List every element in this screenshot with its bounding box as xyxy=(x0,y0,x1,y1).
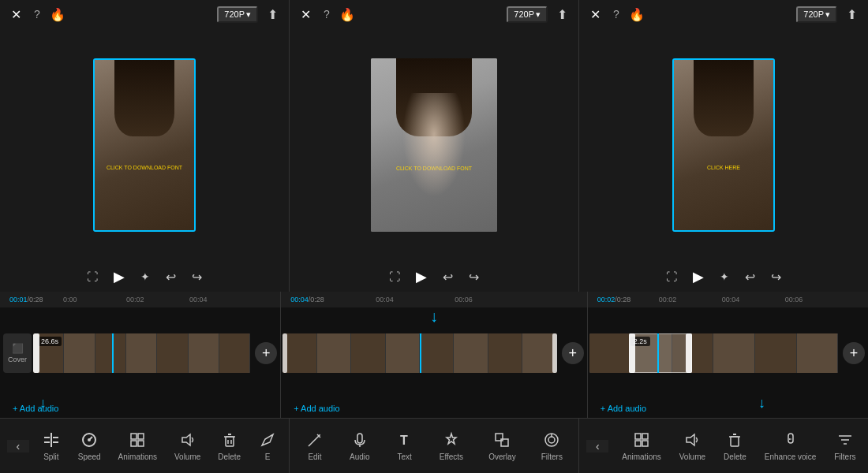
tool-delete-3[interactable]: Delete xyxy=(719,427,751,464)
tool-volume-3[interactable]: Volume xyxy=(675,427,710,464)
tool-enhance[interactable]: Enhance voice xyxy=(760,427,821,464)
upload-button-2[interactable]: ⬆ xyxy=(554,6,571,24)
timeline-panel-3: 00:02 / 0:28 00:02 00:04 00:06 2.2s xyxy=(588,292,868,418)
filmstrip-1[interactable]: 26.6s xyxy=(33,333,250,373)
tool-edit-2[interactable]: Edit xyxy=(301,427,329,464)
chevron-down-icon-3: ▾ xyxy=(825,9,830,20)
time-total-2: 0:28 xyxy=(310,296,324,304)
tool-delete-1[interactable]: Delete xyxy=(213,427,245,464)
cover-text-1: Cover xyxy=(8,356,27,363)
undo-button-2[interactable]: ↩ xyxy=(441,268,455,286)
svg-point-24 xyxy=(548,437,555,443)
quality-button-1[interactable]: 720P ▾ xyxy=(217,6,258,23)
volume-label-1: Volume xyxy=(174,453,200,461)
video-preview-1: CLICK TO DOWNLOAD FONT xyxy=(0,28,289,262)
header-left-3: ✕ ? 🔥 xyxy=(587,6,645,24)
video-panel-1: ✕ ? 🔥 720P ▾ ⬆ CLICK TO DOWNLOAD FONT xyxy=(0,0,290,292)
audio-icon xyxy=(350,430,369,449)
tool-text[interactable]: T Text xyxy=(391,427,419,464)
play-button-2[interactable]: ▶ xyxy=(414,266,428,287)
magic-button-1[interactable]: ✦ xyxy=(139,269,152,285)
tool-overlay[interactable]: Overlay xyxy=(484,427,520,464)
magic-button-3[interactable]: ✦ xyxy=(718,269,731,285)
cover-label-1[interactable]: ⬛ Cover xyxy=(3,333,32,373)
upload-button-1[interactable]: ⬆ xyxy=(264,6,281,24)
svg-text:T: T xyxy=(400,434,408,447)
overlay-icon xyxy=(492,430,511,449)
svg-rect-29 xyxy=(642,441,648,446)
play-button-1[interactable]: ▶ xyxy=(112,266,126,287)
frame-2-6 xyxy=(454,333,488,373)
quality-button-3[interactable]: 720P ▾ xyxy=(796,6,837,23)
quality-button-2[interactable]: 720P ▾ xyxy=(507,6,548,23)
fullscreen-button-1[interactable]: ⛶ xyxy=(85,269,99,285)
svg-rect-26 xyxy=(635,434,641,439)
help-button-1[interactable]: ? xyxy=(31,6,43,22)
tool-animations-1[interactable]: Animations xyxy=(114,427,162,464)
person-image-1 xyxy=(95,60,194,230)
undo-button-3[interactable]: ↩ xyxy=(743,268,757,286)
header-left-2: ✕ ? 🔥 xyxy=(297,6,355,24)
help-button-2[interactable]: ? xyxy=(320,6,333,22)
add-clip-button-3[interactable]: + xyxy=(843,342,865,364)
person-image-2 xyxy=(371,58,497,232)
trim-handle-right-2[interactable] xyxy=(552,333,557,373)
fullscreen-button-3[interactable]: ⛶ xyxy=(664,269,679,285)
sidebar-toggle-left-3[interactable]: ‹ xyxy=(586,440,608,453)
close-button-3[interactable]: ✕ xyxy=(587,6,604,24)
video-thumbnail-2: CLICK TO DOWNLOAD FONT xyxy=(371,58,497,232)
tool-volume-1[interactable]: Volume xyxy=(170,427,205,464)
audio-label: Audio xyxy=(350,453,370,461)
animations-icon-1 xyxy=(128,430,147,449)
fullscreen-button-2[interactable]: ⛶ xyxy=(387,269,402,285)
toolbar-panel-2: Edit Audio T Text Effects Overlay xyxy=(290,419,579,473)
redo-button-1[interactable]: ↪ xyxy=(190,268,204,286)
tool-filters-2[interactable]: Filters xyxy=(537,427,567,464)
sidebar-toggle-left-1[interactable]: ‹ xyxy=(7,440,29,453)
toolbar-panel-1: ‹ ↓ Split Speed Animations Volume xyxy=(0,419,290,473)
timeline-panel-1: 00:01 / 0:28 0:00 00:02 00:04 ⬛ Cover 26… xyxy=(0,292,281,418)
add-audio-button-3[interactable]: + Add audio xyxy=(594,400,653,416)
frame-2-3 xyxy=(351,333,385,373)
overlay-label: Overlay xyxy=(488,453,515,461)
frame-2-5 xyxy=(420,333,454,373)
video-panel-3: ✕ ? 🔥 720P ▾ ⬆ CLICK HERE ⛶ ▶ xyxy=(579,0,868,292)
frame-7 xyxy=(219,333,250,373)
top-section: ✕ ? 🔥 720P ▾ ⬆ CLICK TO DOWNLOAD FONT xyxy=(0,0,868,292)
frame-2-1 xyxy=(282,333,316,373)
volume-icon-1 xyxy=(178,430,197,449)
frame-3-4 xyxy=(713,333,755,373)
add-audio-button-2[interactable]: + Add audio xyxy=(287,400,346,416)
redo-button-2[interactable]: ↪ xyxy=(467,268,481,286)
quality-label-1: 720P xyxy=(224,9,245,19)
tool-edit-1[interactable]: E xyxy=(253,427,282,464)
trim-handle-left-2[interactable] xyxy=(282,333,287,373)
split-label: Split xyxy=(43,453,58,461)
tool-animations-3[interactable]: Animations xyxy=(617,427,665,464)
filmstrip-2[interactable] xyxy=(282,333,557,373)
help-button-3[interactable]: ? xyxy=(610,6,623,22)
person-image-3 xyxy=(674,60,773,230)
tool-split[interactable]: Split xyxy=(37,427,65,464)
tool-audio[interactable]: Audio xyxy=(345,427,375,464)
trim-handle-left-3[interactable] xyxy=(629,333,635,373)
add-clip-button-1[interactable]: + xyxy=(255,342,277,364)
upload-button-3[interactable]: ⬆ xyxy=(844,6,860,24)
trim-handle-right-3[interactable] xyxy=(686,333,692,373)
filmstrip-3[interactable]: 2.2s xyxy=(589,333,838,373)
split-icon xyxy=(42,430,61,449)
tool-filters-3[interactable]: Filters xyxy=(829,427,860,464)
add-audio-button-1[interactable]: + Add audio xyxy=(6,400,65,416)
play-button-3[interactable]: ▶ xyxy=(691,266,705,287)
redo-button-3[interactable]: ↪ xyxy=(769,268,783,286)
close-button-1[interactable]: ✕ xyxy=(8,6,24,24)
add-clip-button-2[interactable]: + xyxy=(562,342,584,364)
tool-speed[interactable]: Speed xyxy=(73,427,106,464)
close-button-2[interactable]: ✕ xyxy=(297,6,314,24)
frame-5 xyxy=(157,333,188,373)
tool-effects[interactable]: Effects xyxy=(435,427,468,464)
trim-handle-left-1[interactable] xyxy=(33,333,39,373)
panel-header-2: ✕ ? 🔥 720P ▾ ⬆ xyxy=(290,0,578,28)
undo-button-1[interactable]: ↩ xyxy=(164,268,178,286)
frame-2-7 xyxy=(488,333,522,373)
